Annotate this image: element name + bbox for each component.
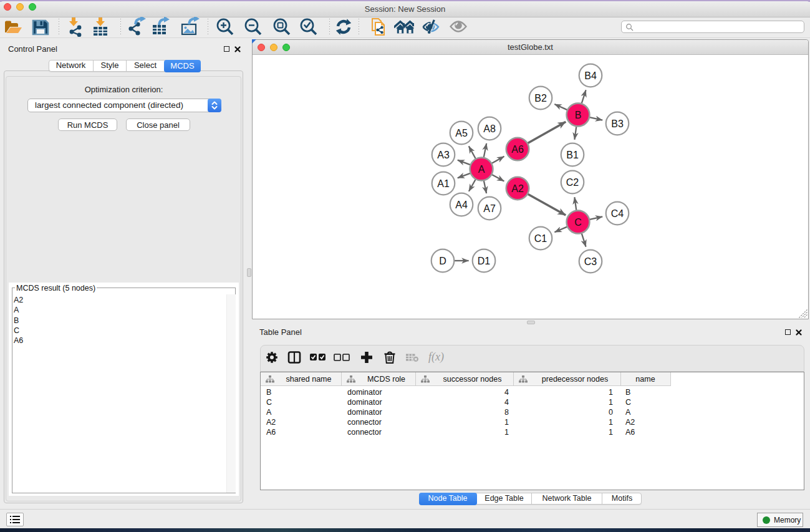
svg-text:A5: A5 [455,128,468,138]
svg-text:A2: A2 [511,183,524,194]
svg-text:C: C [574,217,582,228]
svg-text:A4: A4 [455,200,468,210]
svg-text:D1: D1 [478,256,491,266]
svg-text:C3: C3 [584,256,597,267]
svg-text:B3: B3 [611,118,624,129]
svg-text:C2: C2 [566,177,579,188]
svg-text:C1: C1 [534,233,547,244]
svg-text:A8: A8 [483,123,496,134]
svg-text:B1: B1 [566,150,579,160]
svg-text:B: B [575,110,582,120]
svg-text:C4: C4 [611,208,624,219]
svg-text:A3: A3 [437,150,450,160]
svg-text:A1: A1 [437,178,450,189]
svg-text:A6: A6 [511,144,524,155]
svg-text:A: A [478,164,485,175]
svg-text:B2: B2 [534,93,547,104]
svg-text:D: D [439,256,446,266]
svg-text:B4: B4 [584,70,597,81]
svg-text:A7: A7 [483,203,496,214]
